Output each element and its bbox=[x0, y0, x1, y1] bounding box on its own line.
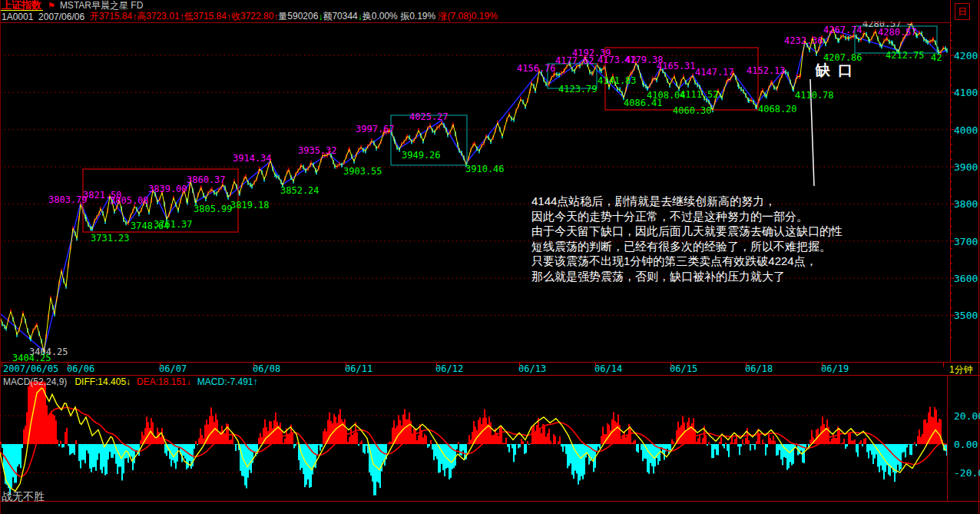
price-swing-label: 4147.17 bbox=[695, 67, 734, 78]
price-swing-label: 4212.75 bbox=[886, 50, 925, 61]
macd-axis-label: 20.00 bbox=[954, 410, 980, 422]
price-swing-label: 4152.13 bbox=[747, 65, 786, 76]
date-tick bbox=[943, 363, 944, 367]
symbol-name[interactable]: 上证指数 bbox=[0, 0, 43, 11]
price-axis-label: 3800.0 bbox=[954, 198, 980, 210]
price-swing-label: 3903.55 bbox=[343, 166, 382, 177]
price-axis-label: 4200.0 bbox=[954, 50, 980, 61]
price-axis-label: 3700.0 bbox=[954, 236, 980, 247]
date-axis-label: 06/18 bbox=[745, 363, 773, 374]
macd-header: MACD(52,24,9)DIFF:14.405↓DEA:18.151↓MACD… bbox=[3, 376, 258, 386]
period-selector-icon[interactable]: 日 bbox=[955, 3, 970, 20]
annotation-line: 因此今天的走势十分正常，不过是这种努力的一部分。 bbox=[531, 209, 950, 224]
price-swing-label: 3852.24 bbox=[280, 185, 319, 196]
price-swing-label: 3935.32 bbox=[298, 145, 337, 156]
price-swing-label: 3819.18 bbox=[230, 200, 270, 211]
date-tick bbox=[2, 363, 2, 367]
chart-top-border bbox=[0, 22, 950, 23]
date-axis-label: 06/13 bbox=[518, 363, 546, 374]
macd-value-segment: ↓ bbox=[187, 376, 191, 387]
flag-icon: ⚑ bbox=[48, 1, 55, 11]
price-swing-label: 4156.76 bbox=[517, 63, 556, 74]
price-swing-label: 4068.20 bbox=[758, 104, 797, 114]
date-axis-label: 06/19 bbox=[821, 363, 849, 374]
macd-value-segment: ↓ bbox=[126, 376, 131, 387]
window-right-border bbox=[978, 0, 979, 514]
macd-axis-label: -20.00 bbox=[954, 467, 980, 479]
date-axis-first-label: 2007/06/05 bbox=[3, 363, 58, 374]
price-swing-label: 4267.74 bbox=[823, 25, 862, 35]
price-swing-label: 4110.78 bbox=[795, 90, 834, 101]
annotation-line: 4144点站稳后，剧情就是去继续创新高的努力， bbox=[531, 194, 950, 209]
price-swing-label: 4123.79 bbox=[558, 84, 598, 95]
price-swing-label: 3860.37 bbox=[187, 174, 226, 185]
macd-indicator-chart[interactable] bbox=[0, 375, 947, 501]
price-swing-label: 4111.52 bbox=[680, 89, 719, 100]
watermark-text: 战无不胜 bbox=[2, 490, 45, 504]
price-axis-label: 4000.0 bbox=[954, 124, 980, 136]
date-tick bbox=[822, 363, 823, 367]
date-axis-label: 06/12 bbox=[435, 363, 463, 374]
macd-value-segment: ↑ bbox=[253, 376, 258, 387]
price-swing-label: 3914.34 bbox=[233, 153, 272, 164]
price-swing-label: 3761.37 bbox=[154, 219, 193, 230]
price-swing-label: 3805.99 bbox=[194, 204, 233, 214]
date-tick bbox=[253, 363, 254, 367]
date-tick bbox=[436, 363, 437, 367]
macd-value-segment: MACD(52,24,9) bbox=[3, 376, 67, 387]
macd-value-segment: MACD:-7.491 bbox=[197, 376, 253, 387]
date-tick bbox=[519, 363, 520, 367]
date-tick bbox=[595, 363, 596, 367]
annotation-line: 只要该震荡不出现1分钟的第三类卖点有效跌破4224点， bbox=[531, 254, 950, 269]
price-swing-label: 3731.23 bbox=[91, 233, 130, 244]
macd-axis-label: 0.00 bbox=[954, 439, 978, 450]
date-tick bbox=[746, 363, 747, 367]
price-swing-label: 4207.86 bbox=[823, 52, 862, 63]
annotation-line: 由于今天留下缺口，因此后面几天就要震荡去确认这缺口的性 bbox=[531, 224, 950, 239]
macd-axis-separator bbox=[947, 375, 948, 501]
date-axis-label: 06/07 bbox=[159, 363, 187, 374]
price-swing-label: 42 bbox=[931, 52, 942, 63]
macd-bottom-border bbox=[0, 501, 980, 502]
price-swing-label: 4025.27 bbox=[409, 111, 449, 122]
price-axis-label: 4100.0 bbox=[954, 87, 980, 98]
price-swing-label: 3805.08 bbox=[110, 195, 149, 206]
macd-value-segment: DIFF:14.405 bbox=[74, 376, 126, 387]
price-swing-label: 4141.83 bbox=[598, 75, 637, 86]
price-axis-label: 3500.0 bbox=[954, 310, 980, 321]
annotation-line: 那么就是强势震荡，否则，缺口被补的压力就大了 bbox=[531, 269, 950, 284]
price-swing-label: 3404.25 bbox=[29, 347, 68, 357]
price-swing-label: 3910.46 bbox=[465, 164, 505, 174]
date-tick bbox=[346, 363, 346, 367]
date-axis-label: 06/08 bbox=[253, 363, 280, 374]
date-axis-label: 06/15 bbox=[670, 363, 697, 374]
date-tick bbox=[160, 363, 161, 367]
quote-info-bar: 1A0001 2007/06/06 开3715.84↑高3723.01↑低371… bbox=[2, 12, 498, 22]
price-swing-label: 4232.36 bbox=[784, 35, 823, 46]
main-price-chart[interactable]: 缺口3803.793821.503805.083839.003860.37391… bbox=[0, 22, 950, 362]
price-swing-label: 3997.67 bbox=[356, 124, 395, 134]
title-bar: 上证指数 ⚑ MSTAR早晨之星 FD bbox=[0, 0, 980, 11]
price-axis-label: 3900.0 bbox=[954, 161, 980, 173]
annotation-line: 短线震荡的判断，已经有很多次的经验了，所以不难把握。 bbox=[531, 239, 950, 254]
period-label[interactable]: 1分钟 bbox=[949, 363, 973, 376]
date-axis-label: 06/06 bbox=[67, 363, 94, 374]
date-axis-label: 06/11 bbox=[345, 363, 372, 374]
gap-label: 缺口 bbox=[815, 62, 860, 78]
price-swing-label: 3839.00 bbox=[148, 184, 187, 194]
macd-value-segment: DEA:18.151 bbox=[137, 376, 187, 387]
price-axis-label: 3600.0 bbox=[954, 273, 980, 284]
date-axis-label: 06/14 bbox=[594, 363, 622, 374]
price-swing-label: 3803.79 bbox=[48, 194, 88, 205]
analysis-annotation-text: 4144点站稳后，剧情就是去继续创新高的努力，因此今天的走势十分正常，不过是这种… bbox=[531, 194, 950, 284]
date-tick bbox=[68, 363, 68, 367]
info-segment: 1A0001 2007/06/06 bbox=[2, 12, 90, 22]
price-swing-label: 4060.30 bbox=[673, 105, 712, 116]
date-tick bbox=[670, 363, 671, 367]
price-swing-label: 4165.31 bbox=[657, 61, 696, 71]
price-swing-label: 3949.26 bbox=[402, 150, 441, 161]
